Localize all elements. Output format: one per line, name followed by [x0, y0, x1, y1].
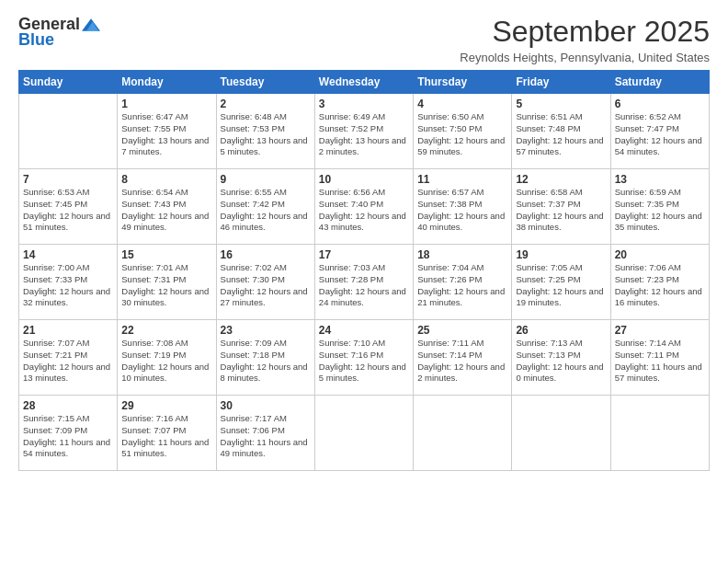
day-number: 30: [221, 399, 311, 412]
day-detail: Sunrise: 6:52 AMSunset: 7:47 PMDaylight:…: [615, 111, 705, 158]
day-number: 16: [221, 248, 311, 261]
day-number: 2: [221, 98, 311, 110]
cell-4-0: 28Sunrise: 7:15 AMSunset: 7:09 PMDayligh…: [19, 396, 118, 471]
day-detail: Sunrise: 7:13 AMSunset: 7:13 PMDaylight:…: [516, 338, 606, 385]
logo: General Blue: [18, 15, 100, 50]
day-detail: Sunrise: 7:05 AMSunset: 7:25 PMDaylight:…: [516, 262, 606, 309]
cell-3-2: 23Sunrise: 7:09 AMSunset: 7:18 PMDayligh…: [216, 320, 314, 396]
day-detail: Sunrise: 6:55 AMSunset: 7:42 PMDaylight:…: [221, 187, 311, 234]
day-number: 29: [121, 399, 211, 412]
col-tuesday: Tuesday: [216, 71, 314, 94]
cell-0-2: 2Sunrise: 6:48 AMSunset: 7:53 PMDaylight…: [216, 94, 314, 169]
day-detail: Sunrise: 7:03 AMSunset: 7:28 PMDaylight:…: [319, 262, 409, 309]
cell-3-1: 22Sunrise: 7:08 AMSunset: 7:19 PMDayligh…: [118, 320, 216, 396]
location: Reynolds Heights, Pennsylvania, United S…: [460, 51, 710, 64]
col-thursday: Thursday: [414, 71, 512, 94]
day-detail: Sunrise: 7:01 AMSunset: 7:31 PMDaylight:…: [121, 262, 211, 309]
cell-0-6: 6Sunrise: 6:52 AMSunset: 7:47 PMDaylight…: [610, 94, 709, 169]
col-monday: Monday: [118, 71, 216, 94]
cell-4-5: [512, 396, 610, 471]
day-detail: Sunrise: 6:49 AMSunset: 7:52 PMDaylight:…: [319, 111, 409, 158]
day-number: 4: [417, 98, 507, 110]
day-detail: Sunrise: 6:53 AMSunset: 7:45 PMDaylight:…: [23, 187, 113, 234]
day-number: 20: [615, 248, 705, 261]
page: General Blue September 2025 Reynolds Hei…: [0, 0, 728, 563]
day-number: 24: [319, 324, 409, 337]
cell-4-4: [414, 396, 512, 471]
cell-2-0: 14Sunrise: 7:00 AMSunset: 7:33 PMDayligh…: [19, 245, 118, 320]
week-row-1: 7Sunrise: 6:53 AMSunset: 7:45 PMDaylight…: [19, 169, 710, 245]
day-number: 12: [516, 173, 606, 186]
week-row-2: 14Sunrise: 7:00 AMSunset: 7:33 PMDayligh…: [19, 245, 710, 320]
cell-1-4: 11Sunrise: 6:57 AMSunset: 7:38 PMDayligh…: [414, 169, 512, 245]
day-number: 15: [121, 248, 211, 261]
cell-3-0: 21Sunrise: 7:07 AMSunset: 7:21 PMDayligh…: [19, 320, 118, 396]
cell-2-4: 18Sunrise: 7:04 AMSunset: 7:26 PMDayligh…: [414, 245, 512, 320]
day-number: 25: [417, 324, 507, 337]
cell-4-1: 29Sunrise: 7:16 AMSunset: 7:07 PMDayligh…: [118, 396, 216, 471]
day-number: 19: [516, 248, 606, 261]
day-detail: Sunrise: 6:47 AMSunset: 7:55 PMDaylight:…: [121, 111, 211, 158]
header-row: Sunday Monday Tuesday Wednesday Thursday…: [19, 71, 710, 94]
day-detail: Sunrise: 7:15 AMSunset: 7:09 PMDaylight:…: [23, 413, 113, 460]
cell-2-2: 16Sunrise: 7:02 AMSunset: 7:30 PMDayligh…: [216, 245, 314, 320]
week-row-4: 28Sunrise: 7:15 AMSunset: 7:09 PMDayligh…: [19, 396, 710, 471]
cell-2-3: 17Sunrise: 7:03 AMSunset: 7:28 PMDayligh…: [314, 245, 413, 320]
day-number: 3: [319, 98, 409, 110]
cell-2-1: 15Sunrise: 7:01 AMSunset: 7:31 PMDayligh…: [118, 245, 216, 320]
day-number: 23: [221, 324, 311, 337]
day-detail: Sunrise: 7:08 AMSunset: 7:19 PMDaylight:…: [121, 338, 211, 385]
day-number: 14: [23, 248, 113, 261]
col-saturday: Saturday: [610, 71, 709, 94]
day-number: 1: [121, 98, 211, 110]
day-number: 6: [615, 98, 705, 110]
cell-1-2: 9Sunrise: 6:55 AMSunset: 7:42 PMDaylight…: [216, 169, 314, 245]
day-detail: Sunrise: 7:02 AMSunset: 7:30 PMDaylight:…: [221, 262, 311, 309]
header: General Blue September 2025 Reynolds Hei…: [18, 15, 710, 64]
day-number: 21: [23, 324, 113, 337]
cell-2-5: 19Sunrise: 7:05 AMSunset: 7:25 PMDayligh…: [512, 245, 610, 320]
cell-4-6: [610, 396, 709, 471]
col-friday: Friday: [512, 71, 610, 94]
week-row-0: 1Sunrise: 6:47 AMSunset: 7:55 PMDaylight…: [19, 94, 710, 169]
day-detail: Sunrise: 7:14 AMSunset: 7:11 PMDaylight:…: [615, 338, 705, 385]
day-detail: Sunrise: 7:07 AMSunset: 7:21 PMDaylight:…: [23, 338, 113, 385]
day-number: 11: [417, 173, 507, 186]
day-number: 8: [121, 173, 211, 186]
day-detail: Sunrise: 7:16 AMSunset: 7:07 PMDaylight:…: [121, 413, 211, 460]
calendar-table: Sunday Monday Tuesday Wednesday Thursday…: [18, 70, 710, 471]
day-number: 7: [23, 173, 113, 186]
day-number: 22: [121, 324, 211, 337]
day-detail: Sunrise: 7:17 AMSunset: 7:06 PMDaylight:…: [221, 413, 311, 460]
day-number: 27: [615, 324, 705, 337]
cell-0-0: [19, 94, 118, 169]
day-detail: Sunrise: 6:56 AMSunset: 7:40 PMDaylight:…: [319, 187, 409, 234]
day-number: 13: [615, 173, 705, 186]
day-detail: Sunrise: 6:48 AMSunset: 7:53 PMDaylight:…: [221, 111, 311, 158]
day-detail: Sunrise: 7:11 AMSunset: 7:14 PMDaylight:…: [417, 338, 507, 385]
day-detail: Sunrise: 6:59 AMSunset: 7:35 PMDaylight:…: [615, 187, 705, 234]
cell-1-6: 13Sunrise: 6:59 AMSunset: 7:35 PMDayligh…: [610, 169, 709, 245]
day-detail: Sunrise: 7:06 AMSunset: 7:23 PMDaylight:…: [615, 262, 705, 309]
day-detail: Sunrise: 6:57 AMSunset: 7:38 PMDaylight:…: [417, 187, 507, 234]
day-detail: Sunrise: 6:58 AMSunset: 7:37 PMDaylight:…: [516, 187, 606, 234]
day-number: 9: [221, 173, 311, 186]
cell-2-6: 20Sunrise: 7:06 AMSunset: 7:23 PMDayligh…: [610, 245, 709, 320]
month-title: September 2025: [460, 15, 710, 49]
cell-3-4: 25Sunrise: 7:11 AMSunset: 7:14 PMDayligh…: [414, 320, 512, 396]
cell-3-3: 24Sunrise: 7:10 AMSunset: 7:16 PMDayligh…: [314, 320, 413, 396]
day-detail: Sunrise: 6:54 AMSunset: 7:43 PMDaylight:…: [121, 187, 211, 234]
cell-4-3: [314, 396, 413, 471]
title-area: September 2025 Reynolds Heights, Pennsyl…: [460, 15, 710, 64]
logo-icon: [82, 16, 100, 34]
day-number: 17: [319, 248, 409, 261]
cell-1-5: 12Sunrise: 6:58 AMSunset: 7:37 PMDayligh…: [512, 169, 610, 245]
day-detail: Sunrise: 6:51 AMSunset: 7:48 PMDaylight:…: [516, 111, 606, 158]
day-number: 26: [516, 324, 606, 337]
day-detail: Sunrise: 7:04 AMSunset: 7:26 PMDaylight:…: [417, 262, 507, 309]
col-sunday: Sunday: [19, 71, 118, 94]
day-detail: Sunrise: 7:00 AMSunset: 7:33 PMDaylight:…: [23, 262, 113, 309]
day-detail: Sunrise: 7:10 AMSunset: 7:16 PMDaylight:…: [319, 338, 409, 385]
col-wednesday: Wednesday: [314, 71, 413, 94]
cell-3-6: 27Sunrise: 7:14 AMSunset: 7:11 PMDayligh…: [610, 320, 709, 396]
